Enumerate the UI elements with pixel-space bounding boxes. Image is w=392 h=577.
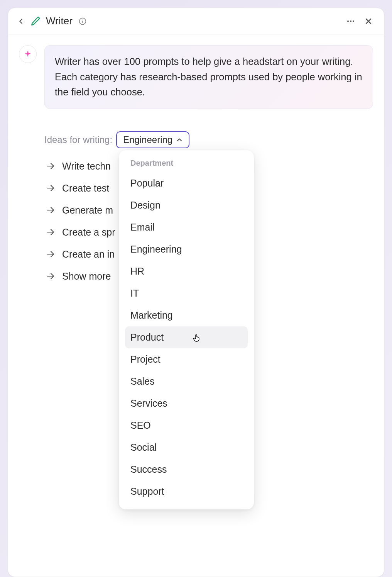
department-dropdown: Department PopularDesignEmailEngineering… [119, 150, 254, 509]
dropdown-item[interactable]: IT [125, 282, 248, 304]
arrow-right-icon [46, 205, 55, 215]
top-bar: Writer [8, 8, 384, 34]
prompt-item-label: Create test [62, 183, 109, 194]
dropdown-item[interactable]: Engineering [125, 238, 248, 260]
close-button[interactable] [364, 17, 373, 26]
dropdown-item-label: Design [130, 200, 161, 210]
category-select[interactable]: Engineering [116, 131, 189, 148]
dropdown-item-label: Sales [130, 376, 155, 387]
arrow-right-icon [46, 272, 55, 281]
top-bar-right [346, 17, 373, 26]
arrow-right-icon [46, 161, 55, 171]
dropdown-item[interactable]: Product [125, 326, 248, 348]
back-button[interactable] [17, 17, 25, 25]
prompt-item-label: Create a spr [62, 227, 115, 238]
top-bar-left: Writer [17, 15, 86, 27]
dropdown-item[interactable]: Marketing [125, 304, 248, 326]
svg-point-5 [353, 20, 354, 22]
dropdown-item-label: Support [130, 486, 164, 497]
more-options-button[interactable] [346, 17, 355, 26]
pencil-icon [30, 16, 41, 26]
dropdown-item-label: Success [130, 464, 167, 475]
arrow-right-icon [46, 227, 55, 237]
svg-point-4 [350, 20, 351, 22]
dropdown-item[interactable]: Design [125, 194, 248, 216]
dropdown-item-label: Social [130, 442, 157, 453]
dropdown-item-label: Services [130, 398, 167, 409]
dropdown-item-label: Marketing [130, 310, 173, 321]
cursor-hand-icon [192, 333, 201, 342]
dropdown-header: Department [125, 159, 248, 172]
sparkle-icon [24, 50, 32, 58]
content-area: Writer has over 100 prompts to help give… [8, 34, 384, 577]
prompt-item-label: Generate m [62, 205, 113, 216]
dropdown-item[interactable]: Services [125, 392, 248, 414]
arrow-right-icon [46, 183, 55, 193]
svg-point-3 [347, 20, 349, 22]
prompt-item-label: Write techn [62, 161, 111, 172]
dropdown-item[interactable]: HR [125, 260, 248, 282]
dropdown-item-label: Email [130, 222, 155, 232]
dropdown-item-label: Project [130, 354, 161, 365]
dropdown-item-label: IT [130, 288, 139, 299]
dropdown-item[interactable]: Popular [125, 172, 248, 194]
category-select-value: Engineering [123, 134, 172, 145]
chevron-left-icon [17, 17, 25, 25]
intro-message: Writer has over 100 prompts to help give… [44, 45, 373, 109]
arrow-right-icon [46, 249, 55, 259]
ideas-row: Ideas for writing: Engineering [44, 131, 373, 148]
dropdown-item[interactable]: Social [125, 436, 248, 458]
dropdown-item[interactable]: Sales [125, 370, 248, 392]
panel-title: Writer [46, 15, 73, 27]
dropdown-item-label: HR [130, 266, 144, 277]
info-icon[interactable] [79, 17, 86, 25]
dropdown-item[interactable]: Support [125, 480, 248, 502]
dropdown-item-label: Engineering [130, 244, 182, 255]
writer-panel: Writer [8, 8, 384, 577]
ai-avatar [19, 45, 37, 63]
dropdown-item[interactable]: SEO [125, 414, 248, 436]
prompt-item-label: Show more [62, 271, 111, 282]
dropdown-item-label: Product [130, 332, 164, 343]
ideas-label: Ideas for writing: [44, 134, 112, 145]
main-column: Writer has over 100 prompts to help give… [44, 45, 373, 577]
dropdown-item[interactable]: Email [125, 216, 248, 238]
dropdown-item[interactable]: Success [125, 458, 248, 480]
dropdown-item-label: SEO [130, 420, 151, 431]
avatar-column [19, 45, 37, 577]
close-icon [364, 17, 373, 26]
dropdown-item[interactable]: Project [125, 348, 248, 370]
prompt-item-label: Create an in [62, 249, 115, 260]
ellipsis-icon [346, 17, 355, 26]
chevron-up-icon [176, 136, 183, 144]
dropdown-item-label: Popular [130, 178, 164, 188]
